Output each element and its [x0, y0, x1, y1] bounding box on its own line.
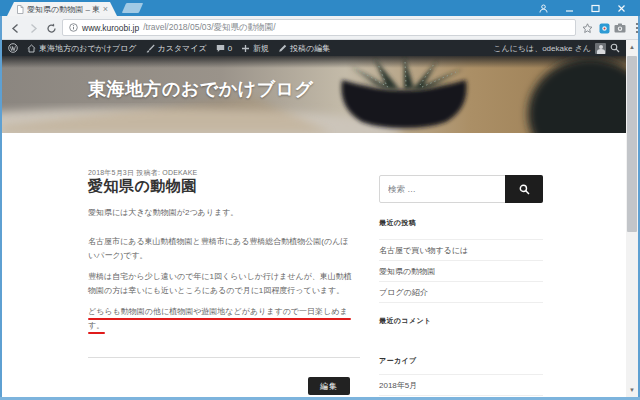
- recent-posts-heading: 最近の投稿: [379, 218, 416, 228]
- post-title: 愛知県の動物園: [88, 177, 197, 196]
- post-paragraph: 豊橋は自宅から少し遠いので年に1回くらいしか行けませんが、東山動植物園の方は幸い…: [88, 270, 354, 298]
- recent-comments-heading: 最近のコメント: [379, 316, 432, 326]
- site-name-label: 東海地方のおでかけブログ: [39, 43, 137, 54]
- admin-bar-greeting[interactable]: こんにちは、odekake さん: [493, 43, 591, 54]
- edit-post-label: 投稿の編集: [290, 43, 330, 54]
- page-favicon-icon: [16, 5, 24, 14]
- recent-post-link[interactable]: 愛知県の動物園: [379, 261, 543, 282]
- browser-tab[interactable]: 愛知県の動物園 – 東海地 ×: [7, 2, 117, 16]
- blog-title[interactable]: 東海地方のおでかけブログ: [88, 77, 313, 101]
- new-label: 新規: [253, 43, 269, 54]
- comments-icon: [216, 44, 225, 53]
- admin-bar-site-name[interactable]: 東海地方のおでかけブログ: [27, 43, 137, 54]
- customize-label: カスタマイズ: [158, 43, 207, 54]
- post-footer-divider: [88, 357, 360, 358]
- browser-toolbar: www.kuroobi.jp/travel/2018/05/03/愛知県の動物園…: [2, 16, 638, 40]
- customize-icon: [146, 44, 155, 53]
- header-image: 東海地方のおでかけブログ: [2, 56, 626, 133]
- camera-icon[interactable]: [613, 21, 627, 35]
- tab-close-icon[interactable]: ×: [103, 5, 108, 13]
- user-avatar[interactable]: [595, 43, 606, 54]
- post-paragraph: 愛知県には大きな動物園が2つあります。: [88, 206, 354, 220]
- wp-logo-menu[interactable]: [8, 43, 18, 53]
- post-paragraph: 名古屋市にある東山動植物園と豊橋市にある豊橋総合動植物公園(のんほいパーク)です…: [88, 235, 354, 263]
- wp-admin-bar: 東海地方のおでかけブログ カスタマイズ 0 新規 投稿の編集 こんにちは、ode…: [2, 40, 626, 56]
- recent-post-link[interactable]: 名古屋で買い物するには: [379, 240, 543, 261]
- info-icon[interactable]: [69, 23, 78, 32]
- scrollbar-thumb[interactable]: [627, 56, 637, 232]
- forward-icon[interactable]: [26, 21, 40, 35]
- admin-search-icon[interactable]: [610, 43, 620, 53]
- extension-icon[interactable]: [597, 21, 611, 35]
- post-author[interactable]: ODEKAKE: [162, 169, 197, 176]
- author-label: 投稿者:: [136, 169, 160, 176]
- page-content: 東海地方のおでかけブログ 2018年5月3日 投稿者: ODEKAKE 愛知県の…: [2, 56, 626, 397]
- red-underline-annotation: [88, 318, 351, 320]
- back-icon[interactable]: [8, 21, 22, 35]
- post-date[interactable]: 2018年5月3日: [88, 169, 134, 176]
- archive-link[interactable]: 2018年5月: [379, 375, 543, 396]
- wordpress-logo-icon: [8, 43, 18, 53]
- pencil-icon: [278, 44, 287, 53]
- scroll-down-icon[interactable]: ▼: [626, 384, 638, 396]
- browser-window: 愛知県の動物園 – 東海地 ×: [0, 0, 640, 400]
- archives-heading: アーカイブ: [379, 356, 417, 366]
- url-host: www.kuroobi.jp: [82, 23, 139, 33]
- admin-bar-edit-post[interactable]: 投稿の編集: [278, 43, 330, 54]
- scroll-up-icon[interactable]: ▲: [626, 41, 638, 53]
- window-titlebar: 愛知県の動物園 – 東海地 ×: [0, 0, 640, 16]
- search-widget: [379, 175, 543, 203]
- tab-title: 愛知県の動物園 – 東海地: [27, 4, 100, 15]
- comment-count: 0: [228, 44, 232, 53]
- profile-icon[interactable]: [530, 0, 556, 16]
- archives-list: 2018年5月: [379, 374, 543, 396]
- maximize-button[interactable]: [582, 0, 608, 16]
- recent-post-link[interactable]: ブログの紹介: [379, 282, 543, 303]
- search-button[interactable]: [505, 175, 543, 203]
- page-scrollbar[interactable]: ▲ ▼: [626, 40, 638, 397]
- window-border: [0, 16, 2, 400]
- close-button[interactable]: [608, 0, 634, 16]
- edit-button[interactable]: 編集: [308, 377, 350, 395]
- plus-icon: [241, 44, 250, 53]
- red-underline-annotation: [88, 332, 105, 334]
- admin-bar-new[interactable]: 新規: [241, 43, 269, 54]
- minimize-button[interactable]: [556, 0, 582, 16]
- bookmark-star-icon[interactable]: [580, 21, 594, 35]
- address-bar[interactable]: www.kuroobi.jp/travel/2018/05/03/愛知県の動物園…: [62, 19, 576, 36]
- admin-bar-customize[interactable]: カスタマイズ: [146, 43, 207, 54]
- new-tab-button[interactable]: [122, 3, 143, 13]
- admin-bar-comments[interactable]: 0: [216, 44, 232, 53]
- url-path: /travel/2018/05/03/愛知県の動物園/: [143, 22, 275, 34]
- home-icon: [27, 44, 36, 53]
- reload-icon[interactable]: [44, 21, 58, 35]
- recent-posts-list: 名古屋で買い物するには 愛知県の動物園 ブログの紹介: [379, 239, 543, 303]
- search-icon: [519, 184, 530, 195]
